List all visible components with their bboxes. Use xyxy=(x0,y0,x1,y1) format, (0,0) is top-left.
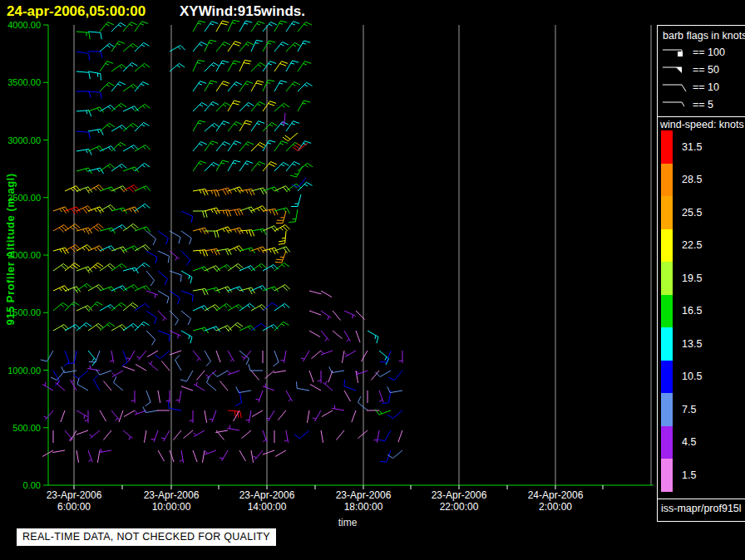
wind-barb xyxy=(158,450,165,461)
wind-barb xyxy=(263,22,277,32)
wind-barb xyxy=(276,211,286,224)
wind-barb xyxy=(193,189,208,195)
x-tick-label-line: 23-Apr-2006 xyxy=(213,489,321,501)
wind-barb xyxy=(274,42,289,52)
y-tick-label: 3000.00 xyxy=(7,135,41,145)
wind-barb xyxy=(251,450,254,463)
wind-barb xyxy=(166,391,170,403)
wind-barb xyxy=(298,82,313,91)
wind-barb xyxy=(205,351,211,366)
wind-barb xyxy=(286,391,293,401)
wind-barb xyxy=(379,391,383,402)
wind-barb xyxy=(193,288,208,295)
wind-barb xyxy=(111,103,126,111)
wind-barb xyxy=(88,52,102,58)
wind-barb xyxy=(73,371,88,379)
wind-barb xyxy=(291,194,301,207)
wind-barb xyxy=(283,133,298,141)
wind-barb xyxy=(193,450,197,462)
legend-item-label: == 50 xyxy=(693,64,719,76)
y-tick-label: 4000.00 xyxy=(7,20,41,30)
x-tick-label-line: 2:00:00 xyxy=(501,501,609,513)
colorbar-title: wind-speed: knots xyxy=(660,119,744,130)
colorbar-label: 16.5 xyxy=(682,305,702,317)
full-barb-icon xyxy=(662,81,688,93)
wind-barb xyxy=(88,302,103,311)
half-barb-icon xyxy=(662,98,688,111)
wind-barb xyxy=(298,41,310,52)
wind-barb xyxy=(158,331,170,341)
x-tick-label-line: 23-Apr-2006 xyxy=(117,489,225,501)
colorbar-segment xyxy=(661,130,673,164)
wind-barb xyxy=(51,371,65,381)
wind-barb xyxy=(194,430,205,437)
wind-barb xyxy=(216,81,229,91)
wind-barb xyxy=(309,371,313,382)
wind-barb xyxy=(202,450,205,463)
wind-barb xyxy=(278,410,286,420)
wind-barb xyxy=(344,331,351,341)
colorbar-segment xyxy=(661,459,673,492)
wind-barb xyxy=(88,450,92,462)
wind-barb xyxy=(321,430,323,443)
square-flag-icon xyxy=(662,46,688,58)
wind-barb xyxy=(298,22,312,32)
wind-barb xyxy=(88,246,104,253)
wind-barb xyxy=(161,430,170,441)
wind-barb xyxy=(111,186,127,193)
wind-barb xyxy=(251,371,259,381)
x-tick-label-line: 23-Apr-2006 xyxy=(405,489,513,501)
wind-barb xyxy=(342,351,344,363)
wind-barb xyxy=(246,410,252,423)
wind-barb xyxy=(180,450,184,463)
wind-barb xyxy=(375,371,391,377)
colorbar-label: 10.5 xyxy=(682,371,702,382)
wind-barb xyxy=(298,101,310,111)
wind-barb xyxy=(169,401,182,410)
wind-barb xyxy=(275,450,286,457)
legend-item-label: == 10 xyxy=(693,81,719,93)
wind-barb xyxy=(176,391,182,403)
y-tick-label: 3500.00 xyxy=(7,77,41,87)
wind-barb xyxy=(89,351,100,362)
wind-barb xyxy=(137,351,147,361)
wind-barb xyxy=(321,291,332,297)
x-tick-label: 24-Apr-20062:00:00 xyxy=(501,489,609,513)
wind-barb xyxy=(123,22,137,32)
wind-barb xyxy=(114,376,124,391)
wind-barb xyxy=(333,331,343,339)
colorbar-label: 13.5 xyxy=(682,338,702,350)
wind-barb xyxy=(358,430,368,439)
wind-barb xyxy=(263,61,276,71)
wind-barb xyxy=(53,286,69,292)
x-tick-label-line: 6:00:00 xyxy=(20,501,128,513)
panel-divider-mid xyxy=(657,116,745,117)
wind-barb xyxy=(175,355,182,371)
wind-barb xyxy=(112,371,123,377)
wind-barb xyxy=(123,268,139,273)
wind-barb xyxy=(135,303,150,311)
wind-barb xyxy=(88,351,96,366)
x-tick-label: 23-Apr-200622:00:00 xyxy=(405,489,513,513)
status-banner: REAL-TIME DATA, NOT CHECKED FOR QUALITY xyxy=(17,528,276,546)
wind-barb xyxy=(239,81,253,91)
x-tick-label-line: 18:00:00 xyxy=(309,501,417,513)
panel-divider-footer-top xyxy=(657,499,745,499)
wind-barb xyxy=(181,271,192,283)
wind-barb xyxy=(123,430,133,440)
colorbar-segment xyxy=(661,262,673,295)
wind-barb xyxy=(99,449,111,453)
y-axis-title: 915 Profiler Altitude (m agl) xyxy=(4,173,17,325)
wind-barb xyxy=(135,122,150,131)
wind-barb xyxy=(193,81,206,91)
wind-barb xyxy=(216,287,232,293)
wind-barb xyxy=(205,40,216,52)
wind-barb xyxy=(297,381,310,391)
wind-barb xyxy=(263,450,274,454)
wind-barb xyxy=(374,430,380,443)
wind-barb xyxy=(356,331,360,342)
panel-divider-top xyxy=(657,25,745,26)
wind-barb xyxy=(205,231,219,238)
wind-barb xyxy=(76,228,92,234)
wind-barb xyxy=(281,351,287,363)
